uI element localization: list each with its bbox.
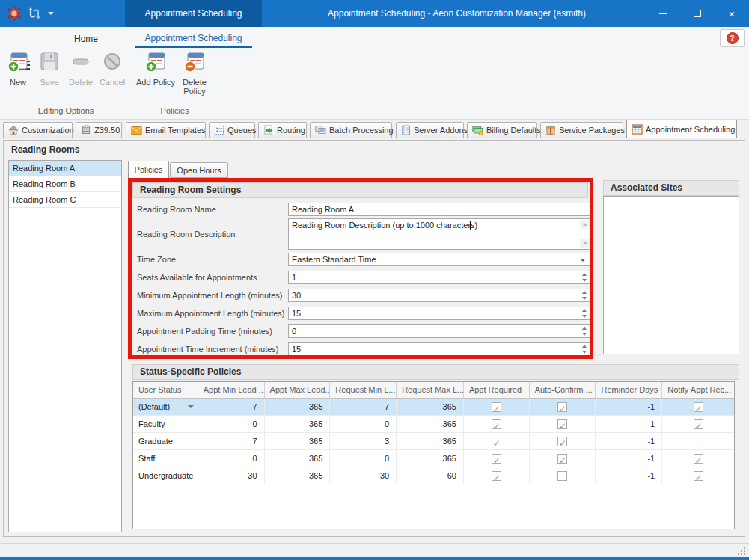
cancel-button[interactable]: Cancel	[96, 49, 129, 87]
resize-grip[interactable]	[736, 546, 745, 555]
appt-required-checkbox[interactable]	[492, 454, 501, 464]
auto-confirm-checkbox[interactable]	[557, 454, 567, 464]
auto-confirm-checkbox[interactable]	[557, 402, 567, 412]
notify-appt-checkbox[interactable]	[694, 454, 703, 464]
status-policies-table: User Status Appt Min Lead ... Appt Max L…	[132, 381, 735, 529]
queues-icon	[214, 125, 224, 135]
reading-room-description-textarea[interactable]: Reading Room Description (up to 1000 cha…	[288, 218, 591, 250]
field-label-max-appt-length: Maximum Appointment Length (minutes)	[137, 309, 284, 318]
app-icon[interactable]	[6, 5, 22, 22]
list-item-reading-room-c[interactable]: Reading Room C	[9, 192, 121, 208]
delete-button[interactable]: Delete	[64, 49, 97, 87]
cancel-icon	[100, 49, 124, 73]
appt-increment-spinner[interactable]: 15	[288, 342, 591, 356]
tab-routing[interactable]: Routing	[258, 122, 307, 138]
appt-required-checkbox[interactable]	[492, 437, 501, 446]
help-button[interactable]: ?	[720, 29, 745, 47]
tab-z3950[interactable]: Z39.50	[76, 122, 122, 138]
ribbon-tab-appointment-scheduling[interactable]: Appointment Scheduling	[135, 30, 252, 48]
column-header[interactable]: Auto-Confirm ...	[530, 382, 596, 398]
new-button[interactable]: New	[1, 49, 34, 87]
reading-room-settings-header: Reading Room Settings	[132, 182, 588, 198]
auto-confirm-checkbox[interactable]	[557, 437, 567, 446]
tab-queues[interactable]: Queues	[209, 122, 255, 138]
appt-required-checkbox[interactable]	[492, 419, 501, 429]
field-label-seats-available: Seats Available for Appointments	[137, 273, 257, 282]
tab-billing-defaults[interactable]: Billing Defaults	[467, 122, 537, 138]
app-window: Appointment Scheduling Appointment Sched…	[0, 0, 749, 560]
undo-icon[interactable]	[27, 6, 42, 21]
tab-server-addons[interactable]: Server Addons	[396, 122, 464, 138]
maximize-button[interactable]	[680, 0, 715, 27]
text-cursor	[470, 221, 471, 230]
associated-sites-header: Associated Sites	[603, 180, 739, 196]
list-item-reading-room-a[interactable]: Reading Room A	[9, 161, 121, 176]
status-specific-policies-header: Status-Specific Policies	[132, 364, 739, 380]
spinner-arrows-icon[interactable]	[579, 343, 590, 355]
min-appt-length-spinner[interactable]: 30	[288, 289, 591, 302]
column-header[interactable]: Request Min L...	[330, 382, 397, 398]
column-header[interactable]: Appt Required	[464, 382, 530, 398]
billing-defaults-icon	[472, 125, 483, 135]
main-tab-strip: Customization Z39.50 Email Templates	[0, 120, 749, 138]
notify-appt-checkbox[interactable]	[694, 419, 703, 429]
close-button[interactable]: ×	[715, 0, 749, 27]
maximize-icon	[694, 10, 701, 17]
column-header[interactable]: Appt Min Lead ...	[198, 382, 265, 398]
table-row-graduate[interactable]: Graduate 7 365 3 365 -1	[133, 433, 734, 450]
minimize-button[interactable]	[646, 0, 680, 27]
notify-appt-checkbox[interactable]	[694, 437, 703, 446]
spinner-arrows-icon[interactable]	[579, 289, 590, 301]
appt-required-checkbox[interactable]	[492, 402, 501, 412]
column-header[interactable]: User Status	[133, 382, 198, 398]
spinner-arrows-icon[interactable]	[579, 325, 590, 337]
tab-customization[interactable]: Customization	[3, 122, 73, 138]
chevron-down-icon[interactable]	[188, 405, 194, 408]
delete-policy-button[interactable]: Delete Policy	[177, 49, 212, 96]
field-label-reading-room-name: Reading Room Name	[137, 205, 216, 214]
database-icon	[81, 125, 91, 135]
auto-confirm-checkbox[interactable]	[557, 419, 567, 429]
column-header[interactable]: Appt Max Lead...	[265, 382, 331, 398]
auto-confirm-checkbox[interactable]	[557, 471, 567, 481]
scroll-up-icon[interactable]	[580, 220, 590, 229]
column-header[interactable]: Reminder Days	[596, 382, 662, 398]
column-header[interactable]: Notify Appt Rec...	[662, 382, 734, 398]
seats-available-spinner[interactable]: 1	[288, 271, 591, 284]
reading-rooms-panel: Reading Rooms Reading Room A Reading Roo…	[3, 140, 745, 537]
column-header[interactable]: Request Max L...	[397, 382, 464, 398]
save-button[interactable]: Save	[33, 49, 66, 87]
tab-service-packages[interactable]: Service Packages	[540, 122, 623, 138]
add-policy-button[interactable]: Add Policy	[135, 49, 176, 87]
appt-required-checkbox[interactable]	[492, 471, 501, 481]
appt-padding-spinner[interactable]: 0	[288, 324, 591, 338]
table-row-default[interactable]: (Default) 7 365 7 365 -1	[133, 399, 734, 416]
batch-processing-icon	[315, 125, 326, 135]
tab-policies[interactable]: Policies	[128, 161, 169, 178]
time-zone-select[interactable]: Eastern Standard Time	[288, 253, 591, 266]
table-row-faculty[interactable]: Faculty 0 365 0 365 -1	[133, 416, 734, 433]
tab-appointment-scheduling[interactable]: Appointment Scheduling	[626, 120, 737, 138]
notify-appt-checkbox[interactable]	[694, 402, 703, 412]
list-item-reading-room-b[interactable]: Reading Room B	[9, 176, 121, 192]
tab-email-templates[interactable]: Email Templates	[126, 122, 206, 138]
associated-sites-list[interactable]	[603, 196, 739, 354]
chevron-down-icon[interactable]	[580, 259, 586, 262]
help-icon: ?	[727, 32, 739, 44]
reading-room-name-input[interactable]: Reading Room A	[288, 203, 591, 216]
max-appt-length-spinner[interactable]: 15	[288, 307, 591, 320]
scroll-down-icon[interactable]	[580, 239, 590, 248]
spinner-arrows-icon[interactable]	[579, 307, 590, 319]
save-icon	[37, 49, 61, 73]
ribbon-group-separator	[132, 51, 132, 115]
quick-access-dropdown-icon[interactable]	[48, 12, 54, 15]
notify-appt-checkbox[interactable]	[694, 471, 703, 481]
ribbon-tab-home[interactable]: Home	[56, 30, 116, 48]
table-row-undergraduate[interactable]: Undergraduate 30 365 30 60 -1	[133, 467, 734, 484]
field-label-reading-room-description: Reading Room Description	[137, 230, 235, 239]
table-row-staff[interactable]: Staff 0 365 0 365 -1	[133, 450, 734, 467]
tab-batch-processing[interactable]: Batch Processing	[310, 122, 392, 138]
document-tab[interactable]: Appointment Scheduling	[125, 0, 262, 27]
spinner-arrows-icon[interactable]	[579, 271, 590, 283]
tab-open-hours[interactable]: Open Hours	[170, 162, 228, 178]
